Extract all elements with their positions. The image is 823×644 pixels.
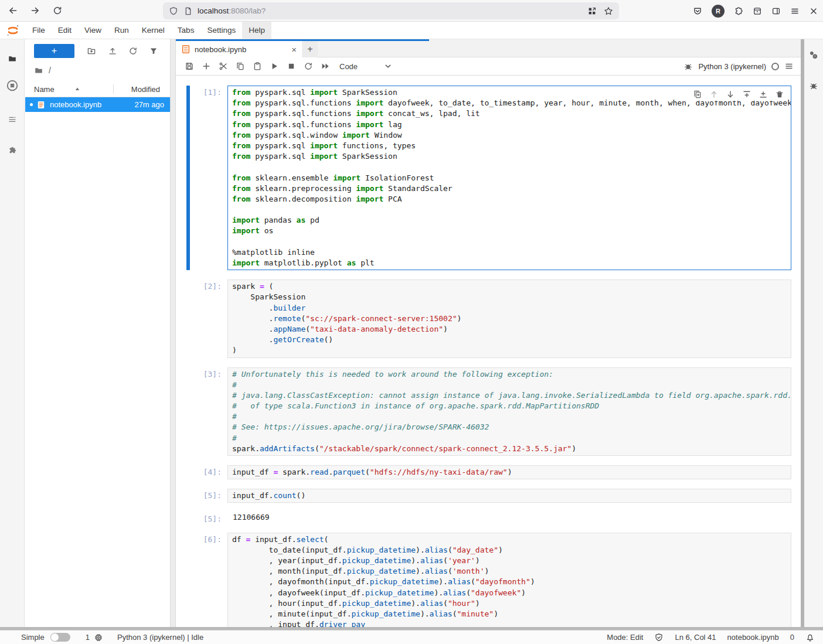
property-inspector-icon[interactable] — [804, 47, 823, 63]
reload-icon[interactable] — [48, 2, 67, 19]
running-sessions-icon[interactable] — [0, 77, 25, 94]
new-folder-icon[interactable] — [81, 44, 102, 58]
cell-editor[interactable]: # Unfortunately this is needed to work a… — [227, 367, 791, 456]
extension-icon[interactable] — [734, 6, 743, 16]
filter-icon[interactable] — [144, 44, 164, 58]
menu-edit[interactable]: Edit — [52, 22, 78, 39]
copy-icon[interactable] — [232, 59, 249, 74]
breadcrumb-root[interactable]: / — [49, 66, 51, 75]
code-cell-1[interactable]: [1]:from pyspark.sql import SparkSession… — [176, 86, 801, 270]
cell-editor[interactable]: input_df.count() — [227, 489, 791, 503]
tab-close-icon[interactable]: × — [291, 45, 297, 54]
home-folder-icon[interactable] — [34, 66, 43, 75]
library-icon[interactable] — [753, 6, 762, 16]
column-name[interactable]: Name — [34, 85, 80, 94]
shield-check-icon[interactable] — [654, 633, 664, 642]
cell-editor[interactable]: from pyspark.sql import SparkSessionfrom… — [227, 86, 791, 270]
run-icon[interactable] — [266, 59, 283, 74]
move-up-icon[interactable] — [709, 89, 719, 100]
url-bar[interactable]: localhost:8080/lab? — [163, 2, 619, 19]
browser-nav — [4, 2, 67, 19]
breadcrumb[interactable]: / — [25, 63, 170, 78]
restart-run-all-icon[interactable] — [317, 59, 334, 74]
file-browser-tab-icon[interactable] — [0, 50, 25, 67]
right-sidebar — [804, 39, 823, 627]
cell-input-prompt: [3]: — [176, 370, 222, 379]
toolbar-menu-icon[interactable] — [784, 62, 794, 71]
upload-icon[interactable] — [102, 44, 123, 58]
debugger-sidebar-icon[interactable] — [804, 78, 823, 93]
forward-icon[interactable] — [26, 2, 45, 19]
back-icon[interactable] — [4, 2, 22, 19]
cell-collapser[interactable] — [186, 280, 190, 357]
menu-kernel[interactable]: Kernel — [135, 22, 171, 39]
code-cell-5[interactable]: [5]:input_df.count() — [176, 489, 801, 503]
menu-run[interactable]: Run — [108, 22, 135, 39]
restart-kernel-icon[interactable] — [300, 59, 317, 74]
menu-tabs[interactable]: Tabs — [171, 22, 201, 39]
table-of-contents-icon[interactable] — [0, 111, 25, 128]
code-cell-6[interactable]: [6]:df = input_df.select( to_date(input_… — [176, 533, 801, 627]
account-avatar[interactable]: R — [712, 5, 725, 18]
menu-view[interactable]: View — [78, 22, 108, 39]
menu-help[interactable]: Help — [242, 22, 271, 39]
pocket-icon[interactable] — [693, 6, 702, 16]
kernel-status-text[interactable]: Python 3 (ipykernel) | Idle — [117, 633, 203, 642]
cell-editor[interactable]: df = input_df.select( to_date(input_df.p… — [227, 533, 791, 627]
cell-type-dropdown[interactable]: Code — [339, 62, 393, 71]
page-icon[interactable] — [183, 6, 193, 16]
insert-below-icon[interactable] — [758, 89, 768, 100]
paste-icon[interactable] — [249, 59, 266, 74]
sidebar-toggle-icon[interactable] — [771, 6, 781, 16]
file-browser-toolbar: + — [25, 39, 170, 63]
cell-collapser[interactable] — [186, 367, 190, 456]
cell-input-prompt: [6]: — [176, 535, 222, 544]
cell-collapser[interactable] — [186, 533, 190, 627]
code-cell-2[interactable]: [2]:spark = ( SparkSession .builder .rem… — [176, 280, 801, 357]
new-tab-button[interactable]: + — [302, 41, 318, 57]
tab-notebook[interactable]: notebook.ipynb × — [176, 41, 302, 57]
cut-icon[interactable] — [215, 59, 232, 74]
bell-icon[interactable] — [805, 633, 815, 642]
stop-icon[interactable] — [283, 59, 300, 74]
dock-tabbar: notebook.ipynb × + — [176, 39, 801, 57]
cell-editor[interactable]: spark = ( SparkSession .builder .remote(… — [227, 280, 791, 357]
screenshot-grid-icon[interactable] — [587, 6, 597, 16]
cell-collapser[interactable] — [186, 86, 190, 270]
kernel-name[interactable]: Python 3 (ipykernel) — [698, 62, 766, 71]
cell-editor[interactable]: input_df = spark.read.parquet("hdfs://hd… — [227, 465, 791, 479]
delete-icon[interactable] — [774, 89, 785, 100]
column-modified[interactable]: Modified — [131, 85, 161, 94]
browser-toolbar: localhost:8080/lab? R — [0, 0, 823, 22]
kernel-count[interactable]: 1 — [86, 633, 90, 642]
cursor-position[interactable]: Ln 6, Col 41 — [675, 633, 716, 642]
statusbar: Simple 1 Python 3 (ipykernel) | Idle Mod… — [0, 630, 823, 644]
chevron-down-icon — [383, 62, 393, 71]
new-launcher-button[interactable]: + — [34, 44, 74, 58]
shield-icon[interactable] — [169, 6, 178, 16]
jupyter-menubar: FileEditViewRunKernelTabsSettingsHelp — [0, 22, 823, 39]
star-icon[interactable] — [604, 6, 613, 16]
mode-indicator[interactable]: Mode: Edit — [607, 633, 643, 642]
menu-file[interactable]: File — [26, 22, 52, 39]
add-cell-icon[interactable] — [198, 59, 215, 74]
debugger-icon[interactable] — [683, 62, 693, 71]
duplicate-icon[interactable] — [692, 89, 703, 100]
panel-splitter[interactable] — [170, 39, 176, 627]
move-down-icon[interactable] — [725, 89, 736, 100]
close-icon[interactable] — [809, 6, 818, 16]
notebook-toolbar: Code Python 3 (ipykernel) — [176, 57, 801, 76]
activity-bar — [0, 39, 25, 627]
insert-above-icon[interactable] — [742, 89, 752, 100]
chip-icon[interactable] — [94, 633, 103, 642]
code-cell-4[interactable]: [4]:input_df = spark.read.parquet("hdfs:… — [176, 465, 801, 479]
refresh-icon[interactable] — [123, 44, 143, 58]
extension-manager-icon[interactable] — [0, 142, 25, 159]
save-icon[interactable] — [181, 59, 198, 74]
file-row-notebook[interactable]: notebook.ipynb 27m ago — [25, 97, 170, 112]
simple-mode-toggle[interactable] — [50, 633, 70, 642]
browser-menu-icon[interactable] — [790, 6, 800, 16]
menu-settings[interactable]: Settings — [200, 22, 242, 39]
code-cell-3[interactable]: [3]:# Unfortunately this is needed to wo… — [176, 367, 801, 456]
cell-input-prompt: [4]: — [176, 468, 222, 476]
